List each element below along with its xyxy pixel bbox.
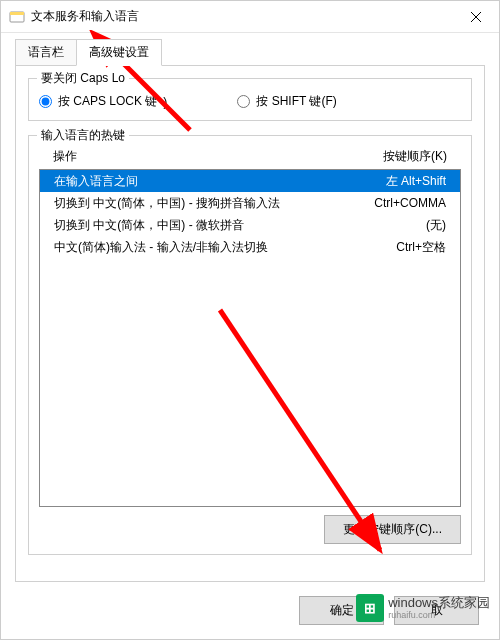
change-key-sequence-button[interactable]: 更改按键顺序(C)... — [324, 515, 461, 544]
radio-shift-input[interactable] — [237, 95, 250, 108]
titlebar: 文本服务和输入语言 — [1, 1, 499, 33]
capslock-group-title: 要关闭 Caps Lo — [37, 70, 129, 87]
hotkey-row[interactable]: 切换到 中文(简体，中国) - 搜狗拼音输入法Ctrl+COMMA — [40, 192, 460, 214]
radio-capslock-input[interactable] — [39, 95, 52, 108]
tab-language-bar[interactable]: 语言栏 — [15, 39, 76, 66]
hotkey-action: 中文(简体)输入法 - 输入法/非输入法切换 — [46, 238, 334, 256]
watermark-line2: ruhaifu.com — [388, 610, 490, 621]
radio-capslock[interactable]: 按 CAPS LOCK 键 ) — [39, 93, 167, 110]
tab-content: 要关闭 Caps Lo 按 CAPS LOCK 键 ) 按 SHIFT 键(F)… — [15, 65, 485, 582]
watermark-line1: windows系统家园 — [388, 595, 490, 611]
hotkey-group: 输入语言的热键 操作 按键顺序(K) 在输入语言之间左 Alt+Shift切换到… — [28, 135, 472, 555]
capslock-group: 要关闭 Caps Lo 按 CAPS LOCK 键 ) 按 SHIFT 键(F) — [28, 78, 472, 121]
hotkey-group-title: 输入语言的热键 — [37, 127, 129, 144]
radio-shift-label: 按 SHIFT 键(F) — [256, 93, 336, 110]
watermark-icon: ⊞ — [356, 594, 384, 622]
hotkey-row[interactable]: 切换到 中文(简体，中国) - 微软拼音(无) — [40, 214, 460, 236]
tabs: 语言栏 高级键设置 — [1, 33, 499, 66]
hotkey-action: 切换到 中文(简体，中国) - 搜狗拼音输入法 — [46, 194, 334, 212]
radio-capslock-extra: ) — [163, 95, 167, 109]
hotkey-keys: Ctrl+空格 — [334, 238, 454, 256]
window-title: 文本服务和输入语言 — [31, 8, 453, 25]
col-keys-header: 按键顺序(K) — [335, 148, 455, 165]
dialog-window: 文本服务和输入语言 语言栏 高级键设置 要关闭 Caps Lo 按 CAPS L… — [0, 0, 500, 640]
close-button[interactable] — [453, 1, 499, 33]
hotkey-header: 操作 按键顺序(K) — [39, 146, 461, 167]
radio-capslock-label: 按 CAPS LOCK 键 — [58, 93, 157, 110]
tab-advanced-keys[interactable]: 高级键设置 — [76, 39, 162, 66]
hotkey-keys: Ctrl+COMMA — [334, 194, 454, 212]
hotkey-action: 在输入语言之间 — [46, 172, 334, 190]
col-action-header: 操作 — [45, 148, 335, 165]
hotkey-keys: (无) — [334, 216, 454, 234]
radio-shift[interactable]: 按 SHIFT 键(F) — [237, 93, 336, 110]
svg-rect-1 — [10, 12, 24, 15]
hotkey-keys: 左 Alt+Shift — [334, 172, 454, 190]
hotkey-action: 切换到 中文(简体，中国) - 微软拼音 — [46, 216, 334, 234]
watermark-text: windows系统家园 ruhaifu.com — [388, 595, 490, 621]
hotkey-list[interactable]: 在输入语言之间左 Alt+Shift切换到 中文(简体，中国) - 搜狗拼音输入… — [39, 169, 461, 507]
app-icon — [9, 9, 25, 25]
hotkey-row[interactable]: 在输入语言之间左 Alt+Shift — [40, 170, 460, 192]
watermark: ⊞ windows系统家园 ruhaifu.com — [356, 594, 490, 622]
hotkey-row[interactable]: 中文(简体)输入法 - 输入法/非输入法切换Ctrl+空格 — [40, 236, 460, 258]
